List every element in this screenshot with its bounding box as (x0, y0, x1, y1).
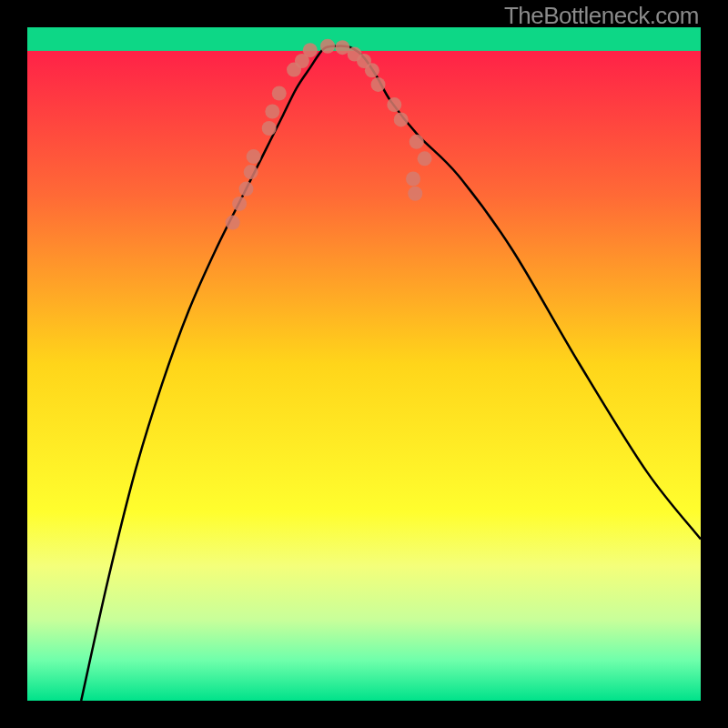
data-point (247, 149, 261, 164)
data-point (265, 105, 279, 119)
watermark-text: TheBottleneck.com (504, 2, 699, 30)
data-point (408, 187, 422, 201)
data-point (244, 165, 258, 179)
data-point (226, 216, 240, 230)
chart-plot-area (27, 27, 701, 701)
data-point (232, 197, 247, 211)
data-point (272, 86, 287, 101)
gradient-background (27, 27, 701, 701)
data-point (418, 151, 432, 166)
green-baseline-band (27, 27, 701, 51)
data-point (371, 77, 386, 92)
data-point (239, 182, 254, 197)
data-point (410, 135, 424, 149)
data-point (406, 172, 420, 187)
data-point (262, 121, 277, 136)
chart-frame (27, 27, 701, 701)
data-point (365, 63, 379, 77)
data-point (394, 112, 409, 126)
data-point (303, 43, 318, 57)
data-point (387, 97, 401, 112)
data-point (320, 39, 335, 54)
